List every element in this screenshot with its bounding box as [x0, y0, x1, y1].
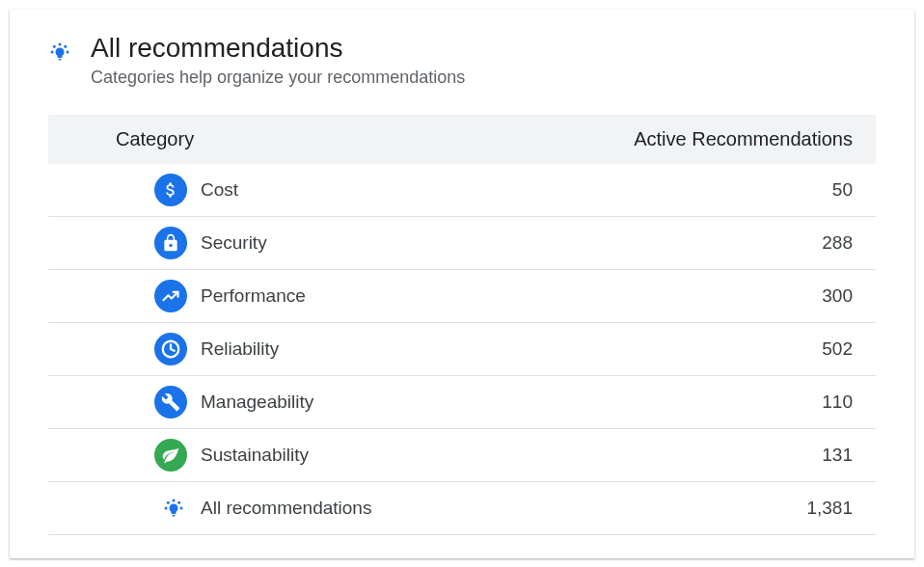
card-header: All recommendations Categories help orga… [48, 33, 876, 88]
column-header-count: Active Recommendations [634, 128, 853, 150]
table-header: Category Active Recommendations [48, 115, 876, 164]
row-label: Security [201, 232, 822, 254]
svg-point-4 [59, 43, 62, 46]
clock-icon [154, 333, 187, 365]
recommendations-card: All recommendations Categories help orga… [10, 10, 914, 558]
column-header-category: Category [116, 128, 634, 150]
row-sustainability[interactable]: Sustainability 131 [48, 429, 876, 482]
svg-point-7 [180, 507, 183, 510]
leaf-icon [154, 439, 187, 472]
lock-icon [154, 227, 187, 259]
svg-point-0 [51, 51, 54, 54]
row-label: Manageability [201, 392, 822, 413]
header-text: All recommendations Categories help orga… [91, 33, 876, 88]
row-count: 110 [822, 392, 853, 413]
lightbulb-icon [48, 40, 71, 64]
wrench-icon [154, 386, 187, 418]
row-label: All recommendations [201, 498, 806, 519]
row-all-recommendations[interactable]: All recommendations 1,381 [48, 482, 876, 535]
row-reliability[interactable]: Reliability 502 [48, 323, 876, 376]
card-subtitle: Categories help organize your recommenda… [91, 68, 876, 88]
row-count: 1,381 [806, 498, 853, 519]
svg-point-9 [177, 501, 180, 504]
card-title: All recommendations [91, 33, 876, 64]
lightbulb-icon [162, 492, 185, 525]
dollar-icon [154, 174, 187, 206]
row-label: Sustainability [201, 445, 822, 466]
svg-point-6 [165, 507, 168, 510]
trending-up-icon [154, 280, 187, 312]
row-cost[interactable]: Cost 50 [48, 164, 876, 217]
row-count: 50 [832, 179, 853, 201]
row-count: 288 [822, 232, 853, 254]
svg-point-1 [67, 51, 69, 54]
row-count: 502 [822, 338, 853, 360]
row-count: 131 [822, 445, 853, 466]
row-manageability[interactable]: Manageability 110 [48, 376, 876, 429]
svg-point-10 [173, 500, 176, 502]
row-performance[interactable]: Performance 300 [48, 270, 876, 323]
row-security[interactable]: Security 288 [48, 217, 876, 270]
row-label: Reliability [201, 338, 822, 360]
row-count: 300 [822, 285, 853, 307]
row-label: Cost [201, 179, 832, 201]
recommendations-table: Category Active Recommendations Cost 50 … [48, 115, 876, 535]
svg-point-3 [64, 45, 67, 48]
row-label: Performance [201, 285, 822, 307]
svg-point-8 [167, 501, 170, 504]
svg-point-2 [53, 45, 56, 48]
